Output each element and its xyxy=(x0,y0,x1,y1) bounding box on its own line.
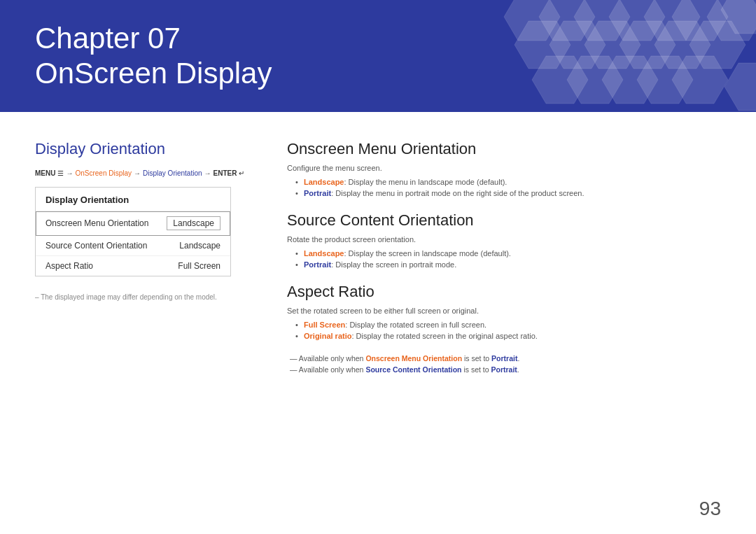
right-column: Onscreen Menu Orientation Configure the … xyxy=(287,140,721,513)
sub-note-1: Available only when Onscreen Menu Orient… xyxy=(287,354,721,363)
header-title-block: Chapter 07 OnScreen Display xyxy=(35,21,272,92)
arrow-2: → xyxy=(134,169,141,177)
link-original-ratio: Original ratio xyxy=(304,332,351,340)
row-value: Landscape xyxy=(167,216,220,230)
link-portrait-note1: Portrait xyxy=(491,354,517,363)
bullet-text: : Display the screen in portrait mode. xyxy=(331,260,456,269)
box-row-onscreen-menu[interactable]: Onscreen Menu Orientation Landscape xyxy=(36,211,230,236)
link-landscape-source: Landscape xyxy=(304,249,344,258)
section-desc-onscreen: Configure the menu screen. xyxy=(287,164,721,172)
bullet-list-source: Landscape: Display the screen in landsca… xyxy=(287,249,721,269)
chapter-title: Chapter 07 OnScreen Display xyxy=(35,21,272,92)
box-row-source-content[interactable]: Source Content Orientation Landscape xyxy=(36,236,230,256)
left-column: Display Orientation MENU ☰ → OnScreen Di… xyxy=(35,140,259,513)
display-orientation-box: Display Orientation Onscreen Menu Orient… xyxy=(35,187,231,276)
chapter-number: Chapter 07 xyxy=(35,22,181,55)
menu-label: MENU xyxy=(35,169,55,177)
sub-note-2: Available only when Source Content Orien… xyxy=(287,365,721,374)
link-onscreen-menu-orient: Onscreen Menu Orientation xyxy=(365,354,462,363)
section-heading-aspect: Aspect Ratio xyxy=(287,283,721,301)
menu-icon: ☰ xyxy=(57,169,64,177)
main-content: Display Orientation MENU ☰ → OnScreen Di… xyxy=(0,112,756,534)
row-value: Full Screen xyxy=(178,261,220,271)
bullet-text: : Display the menu in landscape mode (de… xyxy=(344,178,507,186)
link-portrait-source: Portrait xyxy=(304,260,331,269)
bullet-list-onscreen: Landscape: Display the menu in landscape… xyxy=(287,178,721,197)
bullet-text: : Display the rotated screen in the orig… xyxy=(351,332,537,340)
arrow-1: → xyxy=(66,169,73,177)
bullet-original-ratio: Original ratio: Display the rotated scre… xyxy=(295,332,721,340)
link-portrait: Portrait xyxy=(304,189,331,197)
bullet-portrait-source: Portrait: Display the screen in portrait… xyxy=(295,260,721,269)
section-desc-aspect: Set the rotated screen to be either full… xyxy=(287,307,721,315)
bullet-text: : Display the screen in landscape mode (… xyxy=(344,249,510,258)
section-heading-source: Source Content Orientation xyxy=(287,211,721,230)
bullet-text: : Display the rotated screen in full scr… xyxy=(345,321,486,329)
menu-path: MENU ☰ → OnScreen Display → Display Orie… xyxy=(35,169,259,177)
link-portrait-note2: Portrait xyxy=(491,365,517,374)
bullet-list-aspect: Full Screen: Display the rotated screen … xyxy=(287,321,721,340)
bullet-landscape-source: Landscape: Display the screen in landsca… xyxy=(295,249,721,258)
image-note: The displayed image may differ depending… xyxy=(35,293,259,301)
bullet-text: : Display the menu in portrait mode on t… xyxy=(331,189,584,197)
chapter-name: OnScreen Display xyxy=(35,57,272,90)
link-fullscreen: Full Screen xyxy=(304,321,345,329)
menu-path-link2: Display Orientation xyxy=(143,169,202,177)
row-label: Aspect Ratio xyxy=(46,261,93,271)
enter-icon: ↵ xyxy=(239,169,244,177)
left-section-title: Display Orientation xyxy=(35,140,259,158)
bullet-portrait-onscreen: Portrait: Display the menu in portrait m… xyxy=(295,189,721,197)
header-bg-pattern xyxy=(280,0,756,112)
page-header: Chapter 07 OnScreen Display xyxy=(0,0,756,112)
menu-path-link1: OnScreen Display xyxy=(75,169,132,177)
row-label: Source Content Orientation xyxy=(46,241,147,251)
section-heading-onscreen: Onscreen Menu Orientation xyxy=(287,140,721,158)
row-label: Onscreen Menu Orientation xyxy=(46,218,148,228)
box-header: Display Orientation xyxy=(36,188,230,211)
bullet-landscape-onscreen: Landscape: Display the menu in landscape… xyxy=(295,178,721,186)
arrow-3: → xyxy=(204,169,211,177)
section-desc-source: Rotate the product screen orientation. xyxy=(287,235,721,244)
page-number: 93 xyxy=(699,498,721,520)
bullet-fullscreen: Full Screen: Display the rotated screen … xyxy=(295,321,721,329)
svg-marker-19 xyxy=(724,63,756,111)
row-value: Landscape xyxy=(179,241,220,251)
link-landscape: Landscape xyxy=(304,178,344,186)
link-source-content-orient: Source Content Orientation xyxy=(365,365,461,374)
enter-label: ENTER xyxy=(214,169,237,177)
box-row-aspect-ratio[interactable]: Aspect Ratio Full Screen xyxy=(36,256,230,276)
